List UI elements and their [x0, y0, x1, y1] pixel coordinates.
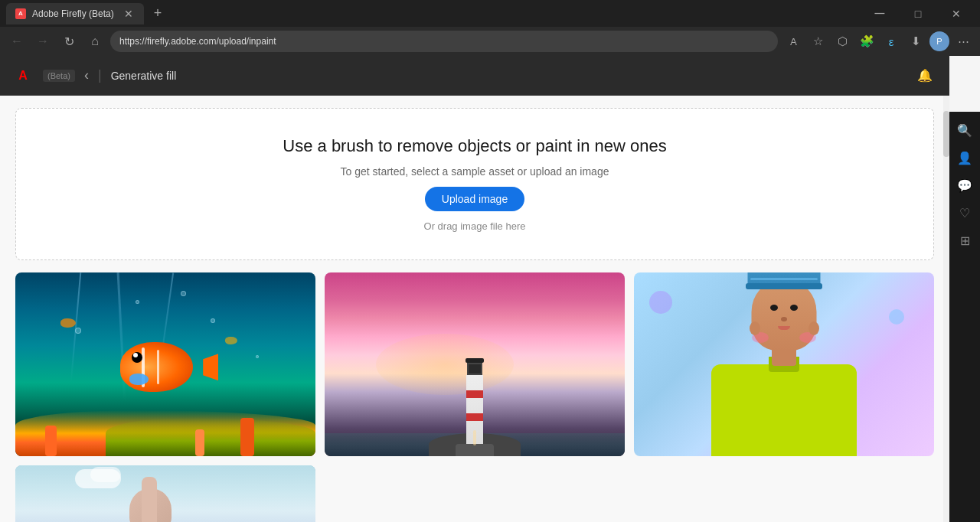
beta-badge: (Beta)	[43, 70, 75, 82]
app-title: Generative fill	[111, 70, 177, 82]
scrollbar-track	[943, 96, 949, 522]
new-tab-button[interactable]: +	[147, 3, 168, 24]
back-button[interactable]: ←	[6, 31, 28, 52]
browser-title-bar: A Adobe Firefly (Beta) ✕ + ─ □ ✕	[0, 0, 980, 27]
sample-image-partial[interactable]	[15, 465, 315, 522]
sidebar-profile-icon[interactable]: 👤	[952, 145, 977, 170]
sidebar-heart-icon[interactable]: ♡	[952, 201, 977, 225]
app-layout: A (Beta) ‹ | Generative fill 🔔 Use a bru…	[0, 56, 980, 522]
downloads-button[interactable]: ⬇	[905, 31, 926, 52]
app-header-wrapper: A (Beta) ‹ | Generative fill 🔔	[0, 56, 949, 96]
address-bar[interactable]: https://firefly.adobe.com/upload/inpaint	[110, 31, 778, 52]
app-header: A (Beta) ‹ | Generative fill 🔔	[0, 56, 949, 96]
browser-sidebar: 🔍 👤 💬 ♡ ⊞ +	[949, 112, 980, 522]
minimize-button[interactable]: ─	[862, 2, 897, 25]
drag-text: Or drag image file here	[424, 220, 526, 232]
browser-tab[interactable]: A Adobe Firefly (Beta) ✕	[6, 3, 144, 24]
upload-image-button[interactable]: Upload image	[425, 187, 524, 211]
sample-image-lighthouse[interactable]	[325, 272, 625, 456]
header-back-button[interactable]: ‹	[84, 67, 89, 83]
bell-button[interactable]: 🔔	[913, 64, 937, 88]
nav-right-icons: 𝖠 ☆ ⬡ 🧩 ε ⬇ P ⋯	[782, 31, 974, 52]
profile-avatar[interactable]: P	[929, 31, 949, 51]
header-divider: |	[98, 67, 102, 83]
scrollbar-thumb[interactable]	[943, 111, 949, 157]
browser-nav-bar: ← → ↻ ⌂ https://firefly.adobe.com/upload…	[0, 27, 980, 56]
sidebar-grid-icon[interactable]: ⊞	[952, 228, 977, 253]
image-grid	[15, 272, 934, 522]
main-content: Use a brush to remove objects or paint i…	[0, 96, 949, 522]
tab-title: Adobe Firefly (Beta)	[32, 8, 116, 19]
forward-button[interactable]: →	[32, 31, 54, 52]
upload-section: Use a brush to remove objects or paint i…	[15, 108, 934, 260]
sidebar-search-icon[interactable]: 🔍	[952, 118, 977, 142]
url-text: https://firefly.adobe.com/upload/inpaint	[119, 36, 276, 47]
reader-mode-button[interactable]: 𝖠	[782, 31, 804, 52]
refresh-button[interactable]: ↻	[58, 31, 80, 52]
close-window-button[interactable]: ✕	[939, 2, 974, 25]
home-button[interactable]: ⌂	[84, 31, 106, 52]
more-button[interactable]: ⋯	[952, 31, 974, 52]
sample-image-underwater[interactable]	[15, 272, 315, 456]
edge-icon[interactable]: ε	[880, 31, 902, 52]
sample-image-portrait[interactable]	[634, 272, 934, 456]
upload-title: Use a brush to remove objects or paint i…	[283, 136, 666, 156]
adobe-logo: A	[12, 65, 34, 86]
sidebar-chat-icon[interactable]: 💬	[952, 173, 977, 197]
tab-favicon: A	[15, 8, 26, 19]
extensions-button[interactable]: 🧩	[856, 31, 877, 52]
tab-close-button[interactable]: ✕	[122, 8, 135, 20]
favorites-button[interactable]: ☆	[807, 31, 828, 52]
maximize-button[interactable]: □	[900, 2, 936, 25]
upload-subtitle: To get started, select a sample asset or…	[341, 165, 609, 178]
collections-button[interactable]: ⬡	[831, 31, 853, 52]
